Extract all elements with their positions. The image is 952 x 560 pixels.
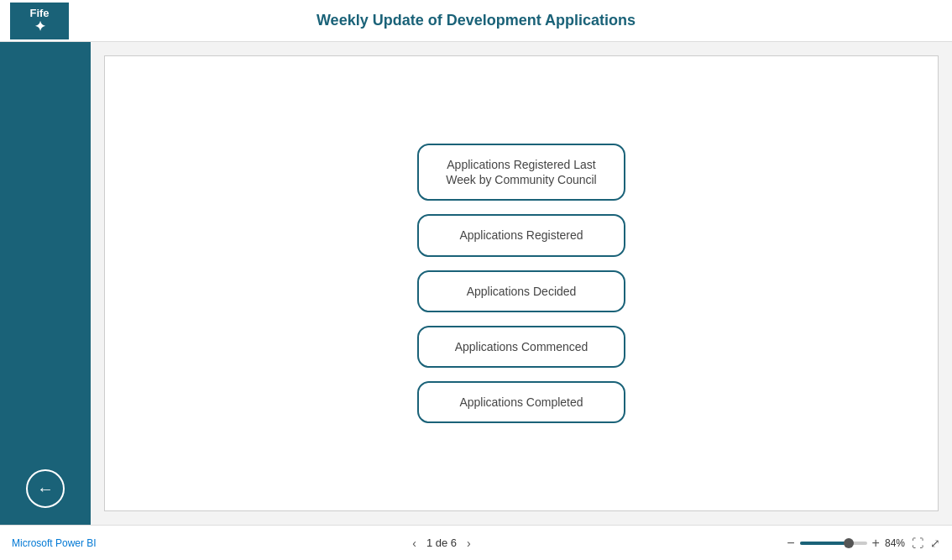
zoom-slider[interactable]: [800, 542, 867, 545]
btn-decided[interactable]: Applications Decided: [417, 270, 625, 312]
main-area: ← Applications Registered Last Week by C…: [0, 42, 952, 525]
page-title: Weekly Update of Development Application…: [69, 12, 942, 29]
prev-page-button[interactable]: ‹: [409, 535, 420, 552]
white-canvas: Applications Registered Last Week by Com…: [104, 55, 939, 511]
zoom-controls: − + 84%: [787, 536, 905, 551]
next-page-button[interactable]: ›: [463, 535, 474, 552]
zoom-minus-button[interactable]: −: [787, 536, 794, 551]
zoom-thumb[interactable]: [844, 538, 854, 548]
back-button[interactable]: ←: [26, 469, 65, 508]
content-panel: Applications Registered Last Week by Com…: [91, 42, 952, 525]
pagination-controls: ‹ 1 de 6 ›: [409, 535, 474, 552]
logo: Fife ✦: [10, 3, 69, 39]
footer-right: − + 84% ⛶ ⤢: [787, 536, 940, 551]
btn-registered[interactable]: Applications Registered: [417, 214, 625, 256]
brand-link[interactable]: Microsoft Power BI: [12, 537, 97, 549]
zoom-plus-button[interactable]: +: [872, 536, 880, 551]
page-indicator: 1 de 6: [426, 536, 457, 549]
sidebar: ←: [0, 42, 91, 525]
zoom-fill: [800, 542, 845, 545]
btn-registered-council[interactable]: Applications Registered Last Week by Com…: [417, 144, 625, 201]
zoom-percent-label: 84%: [885, 537, 905, 549]
fullscreen-icon[interactable]: ⤢: [930, 536, 940, 550]
logo-text: Fife ✦: [29, 8, 49, 34]
nav-buttons-container: Applications Registered Last Week by Com…: [417, 144, 625, 423]
btn-completed[interactable]: Applications Completed: [417, 381, 625, 423]
logo-icon: ✦: [34, 19, 45, 34]
header: Fife ✦ Weekly Update of Development Appl…: [0, 0, 952, 42]
fit-page-icon[interactable]: ⛶: [912, 536, 923, 550]
footer: Microsoft Power BI ‹ 1 de 6 › − + 84% ⛶ …: [0, 525, 952, 560]
btn-commenced[interactable]: Applications Commenced: [417, 326, 625, 368]
